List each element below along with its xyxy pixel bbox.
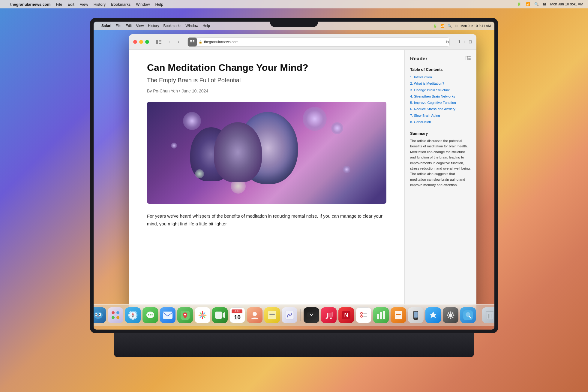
inner-menu-history[interactable]: History — [148, 24, 159, 28]
new-tab-button[interactable]: + — [464, 39, 466, 45]
menubar-app-name[interactable]: thegranularnews.com — [10, 2, 50, 7]
dock-app-launchpad[interactable] — [108, 307, 123, 323]
svg-text:N: N — [344, 312, 348, 318]
toolbar-actions: ⬆ + ⊟ — [458, 39, 472, 45]
menu-edit[interactable]: Edit — [68, 2, 74, 7]
back-button[interactable]: ‹ — [166, 39, 173, 45]
svg-point-21 — [112, 316, 115, 319]
dock-app-appletv[interactable] — [304, 307, 319, 323]
menu-help[interactable]: Help — [155, 2, 163, 7]
inner-menu-help[interactable]: Help — [202, 24, 210, 28]
dock-app-numbers[interactable] — [373, 307, 389, 323]
toc-item-2[interactable]: 2. What is Meditation? — [410, 80, 471, 87]
lock-icon: 🔒 — [199, 40, 202, 44]
share-button[interactable]: ⬆ — [458, 39, 461, 45]
screen-bezel: Safari File Edit View History Bookmarks … — [90, 18, 498, 333]
search-icon[interactable]: 🔍 — [534, 2, 539, 6]
dock-app-safari[interactable] — [125, 307, 141, 323]
forward-button[interactable]: › — [175, 39, 182, 45]
inner-menu-window[interactable]: Window — [186, 24, 199, 28]
dock-app-messages[interactable] — [142, 307, 158, 323]
maximize-button[interactable] — [145, 40, 149, 44]
inner-menu-file[interactable]: File — [116, 24, 121, 28]
reader-mode-icon[interactable] — [188, 38, 197, 47]
inner-battery: 🔋 — [433, 24, 437, 28]
svg-point-19 — [112, 311, 115, 314]
toc-item-1[interactable]: 1. Introduction — [410, 74, 471, 80]
dock-app-notes[interactable] — [264, 307, 280, 323]
menu-file[interactable]: File — [56, 2, 62, 7]
svg-rect-4 — [190, 40, 192, 41]
dock-app-pages[interactable] — [391, 307, 406, 323]
brain-art — [147, 102, 386, 204]
dock-app-finder2[interactable] — [460, 307, 476, 323]
svg-rect-1 — [159, 40, 161, 41]
menu-view[interactable]: View — [80, 2, 88, 7]
svg-rect-13 — [468, 59, 471, 60]
nav-buttons: ‹ › — [166, 39, 182, 45]
address-bar[interactable]: 🔒 thegranularnews.com ↻ — [188, 38, 450, 47]
svg-point-39 — [253, 312, 257, 316]
datetime-display: Mon Jun 10 9:41 AM — [550, 2, 583, 6]
inner-control-center[interactable]: ⊞ — [455, 24, 458, 28]
svg-rect-50 — [363, 313, 367, 314]
laptop-base — [114, 333, 474, 357]
svg-point-66 — [453, 315, 454, 316]
reload-button[interactable]: ↻ — [446, 40, 449, 44]
svg-point-17 — [95, 314, 97, 315]
reader-panel-toggle[interactable] — [466, 56, 471, 62]
toc-header: Table of Contents — [410, 67, 471, 72]
toc-item-3[interactable]: 3. Change Brain Structure — [410, 87, 471, 93]
svg-point-62 — [449, 313, 452, 317]
dock-app-music[interactable] — [321, 307, 337, 323]
menu-window[interactable]: Window — [136, 2, 150, 7]
inner-menu-view[interactable]: View — [136, 24, 144, 28]
tab-overview-button[interactable]: ⊟ — [469, 39, 472, 45]
inner-menu-edit[interactable]: Edit — [126, 24, 132, 28]
battery-icon: 🔋 — [517, 2, 521, 6]
dock-app-system-preferences[interactable] — [443, 307, 458, 323]
dock-app-maps[interactable] — [177, 307, 193, 323]
dock-app-iphone-mirror[interactable] — [408, 307, 424, 323]
toc-item-6[interactable]: 6. Reduce Stress and Anxiety — [410, 106, 471, 112]
svg-rect-10 — [466, 56, 468, 60]
dock-app-store[interactable] — [425, 307, 441, 323]
screen-inner: Safari File Edit View History Bookmarks … — [94, 22, 494, 330]
article-title: Can Meditation Change Your Mind? — [147, 62, 386, 73]
toc-item-5[interactable]: 5. Improve Cognitive Function — [410, 100, 471, 106]
svg-point-65 — [447, 315, 448, 316]
notch — [270, 18, 318, 27]
svg-point-64 — [450, 318, 452, 319]
toc-item-4[interactable]: 4. Strengthen Brain Networks — [410, 93, 471, 100]
minimize-button[interactable] — [139, 40, 143, 44]
svg-point-32 — [152, 314, 153, 315]
dock-app-freeform[interactable] — [282, 307, 297, 323]
svg-point-70 — [448, 317, 449, 318]
toc-item-8[interactable]: 8. Conclusion — [410, 119, 471, 125]
svg-point-68 — [452, 317, 454, 318]
dock-app-contacts[interactable] — [247, 307, 262, 323]
inner-search[interactable]: 🔍 — [448, 24, 452, 28]
traffic-lights — [133, 40, 149, 44]
dock-app-calendar[interactable]: JUN 10 — [230, 307, 245, 323]
inner-menu-bookmarks[interactable]: Bookmarks — [164, 24, 182, 28]
dock-app-reminders[interactable] — [356, 307, 371, 323]
svg-rect-54 — [383, 311, 385, 319]
dock-app-facetime[interactable] — [212, 307, 228, 323]
dock-app-finder[interactable] — [94, 307, 106, 323]
toc-item-7[interactable]: 7. Slow Brain Aging — [410, 113, 471, 119]
dock-divider-2 — [479, 309, 479, 321]
dock-app-mail[interactable] — [160, 307, 176, 323]
svg-point-30 — [148, 314, 149, 315]
menu-history[interactable]: History — [94, 2, 106, 7]
inner-app-name[interactable]: Safari — [101, 24, 111, 28]
dock-app-trash[interactable] — [482, 307, 494, 323]
dock-app-photos[interactable] — [195, 307, 210, 323]
svg-point-14 — [94, 312, 103, 319]
menu-bookmarks[interactable]: Bookmarks — [111, 2, 130, 7]
sidebar-toggle-button[interactable] — [154, 39, 163, 45]
close-button[interactable] — [133, 40, 137, 44]
control-center-icon[interactable]: ⊞ — [543, 2, 546, 6]
dock-app-news[interactable]: N — [338, 307, 354, 323]
svg-rect-0 — [156, 40, 158, 44]
